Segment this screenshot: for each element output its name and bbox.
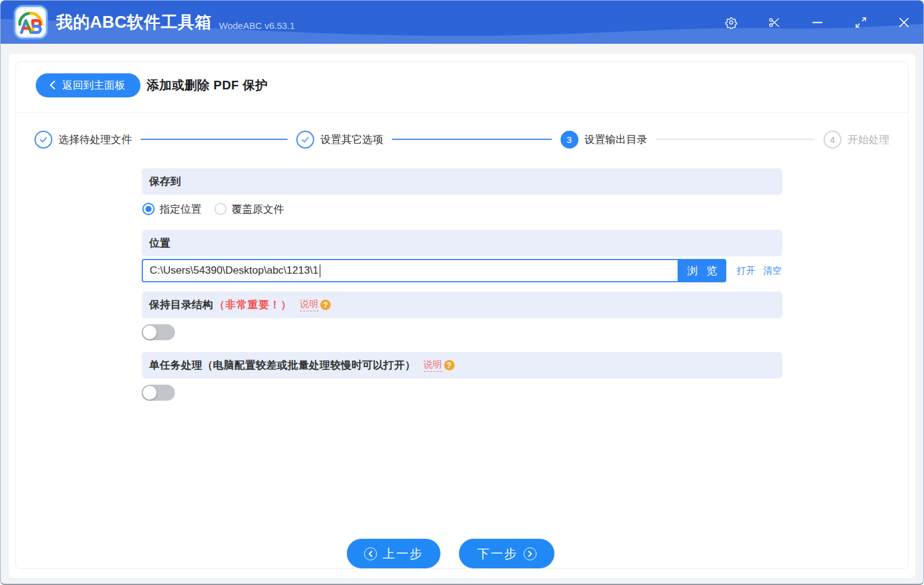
keep-structure-help-link[interactable]: 说明 (300, 299, 318, 311)
text-caret (320, 264, 320, 277)
save-to-title: 保存到 (149, 174, 181, 189)
keep-structure-important-note: （非常重要！） (214, 298, 292, 312)
outer-panel: 返回到主面板 添加或删除 PDF 保护 选择待处理文件 (9, 54, 915, 578)
location-title: 位置 (149, 236, 171, 250)
step-connector-1 (140, 139, 288, 140)
radio-overwrite-original[interactable]: 覆盖原文件 (214, 202, 284, 216)
location-section-bar: 位置 (142, 230, 782, 256)
step-4-number: 4 (824, 131, 841, 149)
step-3-label: 设置输出目录 (585, 133, 647, 147)
radio-specified-location[interactable]: 指定位置 (142, 202, 201, 216)
settings-gear-icon[interactable] (725, 16, 737, 28)
app-title: 我的ABC软件工具箱 (56, 11, 212, 33)
screenshot-scissors-icon[interactable] (768, 16, 780, 28)
back-button-label: 返回到主面板 (62, 78, 125, 92)
step-other-options: 设置其它选项 (296, 131, 383, 149)
maximize-icon[interactable] (854, 16, 867, 28)
radio-specified-location-label: 指定位置 (160, 202, 201, 216)
step-select-files: 选择待处理文件 (34, 131, 132, 149)
titlebar: 我的ABC软件工具箱 WodeABC v6.53.1 (1, 1, 923, 44)
card-header: 返回到主面板 添加或删除 PDF 保护 (16, 62, 908, 113)
previous-step-label: 上一步 (383, 546, 423, 562)
keep-structure-toggle-knob (142, 325, 157, 340)
previous-step-button[interactable]: 上一步 (347, 539, 440, 568)
app-version: WodeABC v6.53.1 (219, 20, 295, 31)
step-indicator: 选择待处理文件 设置其它选项 3 设置输出目录 (16, 113, 908, 166)
close-icon[interactable] (898, 16, 910, 28)
next-step-label: 下一步 (477, 546, 518, 562)
keep-structure-help-question-icon[interactable]: ? (320, 300, 331, 310)
app-window: 我的ABC软件工具箱 WodeABC v6.53.1 (0, 0, 924, 585)
single-task-section-bar: 单任务处理（电脑配置较差或批量处理较慢时可以打开） 说明 ? (142, 352, 782, 378)
single-task-toggle-knob (142, 385, 157, 400)
save-to-section-bar: 保存到 (142, 168, 782, 195)
single-task-title: 单任务处理（电脑配置较差或批量处理较慢时可以打开） (149, 358, 416, 372)
output-path-input[interactable]: C:\Users\54390\Desktop\abc\1213\1 (142, 259, 678, 282)
step-1-label: 选择待处理文件 (59, 133, 132, 147)
output-path-value: C:\Users\54390\Desktop\abc\1213\1 (150, 264, 318, 277)
step-1-check-icon (34, 131, 52, 149)
app-logo (14, 5, 48, 39)
step-output-directory: 3 设置输出目录 (561, 131, 647, 149)
radio-unselected-icon (214, 203, 227, 215)
step-2-check-icon (296, 131, 314, 149)
step-4-label: 开始处理 (848, 133, 890, 147)
back-to-dashboard-button[interactable]: 返回到主面板 (36, 73, 140, 97)
titlebar-controls (725, 16, 910, 28)
next-step-button[interactable]: 下一步 (459, 539, 554, 568)
form-column: 保存到 指定位置 覆盖原文件 位置 (142, 166, 782, 401)
step-2-label: 设置其它选项 (320, 133, 383, 147)
page-title: 添加或删除 PDF 保护 (147, 77, 268, 94)
location-input-row: C:\Users\54390\Desktop\abc\1213\1 浏 览 打开… (142, 259, 782, 282)
open-link[interactable]: 打开 (737, 265, 755, 277)
save-to-options: 指定位置 覆盖原文件 (142, 201, 782, 217)
circle-chevron-left-icon (364, 547, 377, 560)
chevron-left-icon (49, 80, 56, 90)
main-card: 返回到主面板 添加或删除 PDF 保护 选择待处理文件 (15, 61, 909, 569)
step-connector-3 (656, 139, 815, 140)
keep-structure-title: 保持目录结构 (149, 298, 213, 312)
step-start-processing: 4 开始处理 (824, 131, 890, 149)
step-connector-2 (392, 139, 551, 140)
radio-selected-icon (142, 203, 155, 215)
radio-overwrite-original-label: 覆盖原文件 (232, 202, 284, 216)
keep-structure-toggle[interactable] (142, 324, 175, 340)
page-background: 返回到主面板 添加或删除 PDF 保护 选择待处理文件 (1, 44, 923, 585)
circle-chevron-right-icon (524, 547, 537, 560)
wizard-footer: 上一步 下一步 (16, 539, 908, 568)
single-task-help-question-icon[interactable]: ? (444, 360, 455, 370)
keep-structure-section-bar: 保持目录结构 （非常重要！） 说明 ? (142, 292, 782, 318)
minimize-icon[interactable] (811, 16, 824, 28)
single-task-toggle[interactable] (142, 385, 175, 401)
step-3-number: 3 (561, 131, 578, 149)
browse-button[interactable]: 浏 览 (678, 259, 726, 282)
single-task-help-link[interactable]: 说明 (424, 359, 442, 372)
clear-link[interactable]: 清空 (763, 265, 782, 277)
